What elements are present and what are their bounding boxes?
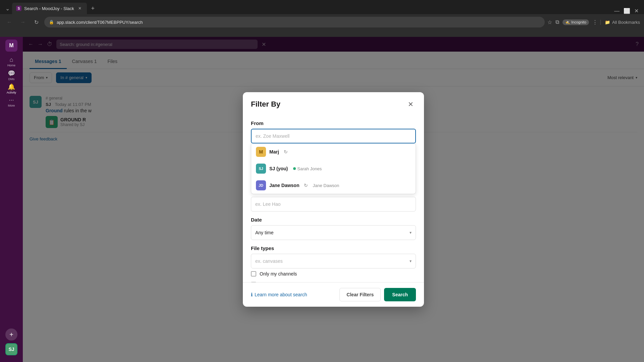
add-workspace-button[interactable]: +: [5, 328, 17, 341]
from-input[interactable]: [251, 129, 416, 143]
sidebar-item-dms[interactable]: 💬 DMs: [5, 69, 17, 81]
to-input[interactable]: [251, 197, 416, 212]
main-content: ← → ⏱ Search: ground in:#general ✕ ? Mes…: [23, 37, 644, 362]
dialog-footer: ℹ Learn more about search Clear Filters …: [243, 282, 424, 307]
slim-sidebar: M ⌂ Home 💬 DMs 🔔 Activity ··· More + SJ: [0, 37, 23, 362]
dialog-overlay: Filter By ✕ From M: [23, 37, 644, 362]
search-button[interactable]: Search: [384, 288, 416, 301]
user-avatar[interactable]: SJ: [5, 343, 17, 355]
app-area: M ⌂ Home 💬 DMs 🔔 Activity ··· More + SJ …: [0, 37, 644, 362]
dropdown-item-marj[interactable]: M Marj ↻: [251, 143, 416, 160]
workspace-avatar[interactable]: M: [5, 40, 17, 52]
only-my-channels-label: Only my channels: [260, 271, 297, 277]
sj-full-name: Sarah Jones: [297, 166, 322, 171]
date-select[interactable]: Any time ▾: [251, 225, 416, 240]
dropdown-item-jane[interactable]: JD Jane Dawson ↻ Jane Dawson: [251, 177, 416, 194]
sidebar-item-more-label: More: [8, 104, 15, 107]
checkbox-row-my-channels: Only my channels: [251, 268, 416, 279]
browser-controls: ← → ↻ 🔒 app.slack.com/client/T067MEBPPUY…: [0, 14, 644, 30]
dialog-title: Filter By: [251, 100, 280, 109]
jane-sub: Jane Dawson: [313, 183, 339, 188]
jane-avatar: JD: [256, 180, 266, 190]
sj-avatar: SJ: [256, 164, 266, 174]
only-my-channels-checkbox[interactable]: [251, 271, 256, 277]
address-text: app.slack.com/client/T067MEBPPUY/search: [57, 20, 143, 25]
marj-name: Marj: [269, 149, 279, 155]
online-dot: [293, 167, 296, 170]
dropdown-item-sj[interactable]: SJ SJ (you) Sarah Jones: [251, 160, 416, 177]
incognito-label: Incognito: [571, 20, 586, 24]
from-input-wrapper: M Marj ↻ SJ SJ (you): [251, 129, 416, 194]
split-screen-icon[interactable]: ⧉: [555, 19, 559, 25]
tab-close-button[interactable]: ✕: [77, 5, 83, 11]
info-icon: ℹ: [251, 292, 253, 297]
browser-actions: ☆ ⧉ 🕵 Incognito ⋮: [547, 19, 598, 25]
jane-name: Jane Dawson: [269, 183, 299, 188]
file-types-chevron-icon: ▾: [410, 259, 412, 263]
file-types-placeholder: ex. canvases: [255, 258, 283, 264]
dialog-body: From M Marj ↻: [243, 115, 424, 282]
bookmarks-folder-icon: 📁: [605, 20, 610, 25]
back-button[interactable]: ←: [4, 17, 15, 27]
dms-icon: 💬: [8, 70, 15, 77]
from-field-label: From: [251, 120, 416, 126]
maximize-button[interactable]: ⬜: [624, 8, 630, 14]
sidebar-item-more[interactable]: ··· More: [5, 96, 17, 108]
browser-chrome: ⌄ S Search - MoodJoy - Slack ✕ + — ⬜ ✕ ←…: [0, 0, 644, 37]
new-tab-button[interactable]: +: [88, 4, 98, 13]
marj-refresh-icon: ↻: [284, 149, 288, 155]
file-types-label: File types: [251, 245, 416, 251]
learn-more-label: Learn more about search: [255, 292, 307, 297]
bookmark-star-icon[interactable]: ☆: [547, 19, 552, 25]
reload-button[interactable]: ↻: [31, 17, 42, 27]
sidebar-item-activity[interactable]: 🔔 Activity: [5, 82, 17, 95]
address-bar[interactable]: 🔒 app.slack.com/client/T067MEBPPUY/searc…: [44, 17, 545, 27]
bookmarks-label: All Bookmarks: [612, 20, 640, 25]
dialog-header: Filter By ✕: [243, 92, 424, 115]
bookmarks-bar: 📁 All Bookmarks: [600, 20, 640, 25]
browser-tab-active[interactable]: S Search - MoodJoy - Slack ✕: [12, 3, 87, 14]
sidebar-item-dms-label: DMs: [8, 77, 15, 81]
clear-filters-button[interactable]: Clear Filters: [339, 288, 381, 301]
lock-icon: 🔒: [49, 20, 54, 24]
more-icon: ···: [9, 97, 14, 104]
incognito-badge: 🕵 Incognito: [562, 19, 589, 25]
sidebar-item-home[interactable]: ⌂ Home: [5, 56, 17, 68]
date-value: Any time: [255, 230, 273, 235]
incognito-icon: 🕵: [565, 20, 570, 24]
marj-avatar: M: [256, 147, 266, 157]
footer-actions: Clear Filters Search: [339, 288, 416, 301]
date-chevron-icon: ▾: [410, 230, 412, 235]
filter-dialog: Filter By ✕ From M: [243, 92, 424, 307]
forward-button[interactable]: →: [17, 17, 28, 27]
date-field-label: Date: [251, 217, 416, 223]
sj-online-status: Sarah Jones: [293, 166, 322, 171]
dialog-close-button[interactable]: ✕: [405, 99, 416, 110]
sidebar-bottom: + SJ: [5, 328, 17, 359]
minimize-button[interactable]: —: [614, 8, 620, 14]
learn-more-link[interactable]: ℹ Learn more about search: [251, 292, 307, 297]
activity-icon: 🔔: [8, 83, 15, 90]
extensions-icon[interactable]: ⋮: [592, 19, 598, 25]
tab-title: Search - MoodJoy - Slack: [24, 6, 74, 11]
from-dropdown-list: M Marj ↻ SJ SJ (you): [251, 143, 416, 194]
sj-name: SJ (you): [269, 166, 288, 171]
sidebar-item-activity-label: Activity: [7, 91, 16, 94]
checkbox-row-exclude-bots: Exclude bots or apps: [251, 279, 416, 282]
tab-bar: ⌄ S Search - MoodJoy - Slack ✕ + — ⬜ ✕: [0, 0, 644, 14]
file-types-select[interactable]: ex. canvases ▾: [251, 254, 416, 268]
home-icon: ⌂: [10, 56, 13, 63]
sidebar-item-home-label: Home: [7, 64, 15, 67]
window-close-button[interactable]: ✕: [634, 8, 639, 14]
tab-favicon: S: [16, 6, 21, 11]
tab-list-button[interactable]: ⌄: [3, 4, 12, 13]
jane-refresh-icon: ↻: [304, 183, 308, 188]
